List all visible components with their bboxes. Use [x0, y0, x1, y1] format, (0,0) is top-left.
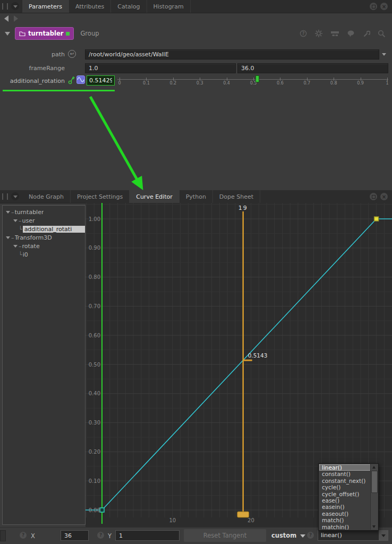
panel-window-buttons: × — [370, 190, 392, 203]
branch-line: └ — [19, 226, 22, 233]
parameters-tabbar: ParametersAttributesCatalogHistogram × — [0, 0, 392, 13]
tangent-mode-arrow-icon[interactable] — [300, 534, 305, 538]
tree-item-rotate[interactable]: –rotate — [3, 242, 85, 250]
splitter-handle[interactable] — [0, 530, 6, 541]
node-badge[interactable]: turntabler — [15, 27, 74, 40]
branch-line: – — [19, 243, 22, 250]
keyframe-selected[interactable] — [374, 217, 379, 221]
scroll-thumb[interactable] — [371, 471, 378, 493]
expression-key-icon[interactable] — [68, 75, 75, 86]
tree-item-i0[interactable]: └i0 — [3, 250, 85, 259]
active-parameter-underline — [3, 90, 115, 91]
slider-handle[interactable] — [255, 75, 259, 82]
float-panel-icon[interactable] — [370, 3, 377, 10]
tab-catalog[interactable]: Catalog — [111, 0, 147, 13]
scroll-down-icon[interactable] — [371, 524, 377, 530]
scenegraph-pick-icon[interactable]: ↩ — [68, 50, 76, 58]
additional-rotation-value-input[interactable] — [87, 75, 115, 86]
combobox-arrow-button[interactable] — [378, 531, 388, 540]
frame-range-end-input[interactable] — [237, 63, 388, 73]
tree-item-turntabler[interactable]: –turntabler — [3, 206, 85, 216]
expander-icon[interactable] — [13, 245, 18, 248]
slider-tick-label: 0.9 — [357, 81, 364, 86]
history-forward-icon[interactable] — [14, 15, 18, 22]
y-help-icon[interactable]: ? — [97, 532, 104, 539]
folder-icon — [19, 30, 25, 37]
scroll-up-icon[interactable] — [371, 464, 377, 470]
node-edited-indicator — [66, 32, 70, 36]
application-window: ParametersAttributesCatalogHistogram × t… — [0, 0, 392, 544]
panel-drag-handle-icon[interactable] — [2, 3, 8, 10]
panel-drag-handle-icon[interactable] — [2, 193, 8, 200]
node-type-label: Group — [80, 30, 99, 37]
playhead-value-label: 0.5143 — [248, 352, 268, 359]
dropdown-option-easein[interactable]: easein() — [319, 504, 371, 510]
interpolation-value: linear() — [321, 532, 342, 539]
branch-line: – — [19, 217, 22, 224]
path-dropdown-arrow-icon[interactable] — [382, 53, 386, 56]
path-parameter-label: path — [0, 51, 65, 58]
history-back-icon[interactable] — [4, 15, 8, 22]
dropdown-option-cycle[interactable]: cycle() — [319, 484, 371, 490]
x-axis-tick-label: 10 — [169, 517, 176, 523]
expander-icon[interactable] — [6, 236, 10, 239]
additional-rotation-slider[interactable]: 00.10.20.30.40.50.60.70.80.91 — [117, 75, 389, 87]
dropdown-option-cycle-offset[interactable]: cycle_offset() — [319, 491, 371, 497]
x-help-icon[interactable]: ? — [20, 532, 27, 539]
slider-track — [117, 79, 388, 80]
help-icon[interactable]: ? — [300, 30, 307, 37]
interpolation-help-icon[interactable]: ? — [307, 532, 314, 539]
interpolation-options: linear()constant()constant_next()cycle()… — [319, 464, 371, 530]
branch-line: └ — [19, 251, 22, 258]
tab-dope-sheet[interactable]: Dope Sheet — [213, 190, 260, 203]
node-graph-icon[interactable] — [330, 30, 339, 37]
tab-project-settings[interactable]: Project Settings — [71, 190, 130, 203]
wrench-icon[interactable] — [362, 30, 370, 38]
dropdown-option-easeout[interactable]: easeout() — [319, 511, 371, 517]
branch-line: – — [11, 234, 14, 241]
slider-tick-label: 0.8 — [330, 81, 337, 86]
settings-gear-icon[interactable] — [314, 29, 323, 38]
tab-parameters[interactable]: Parameters — [22, 0, 69, 13]
tree-item-additional-rotati[interactable]: └additional_rotati — [3, 225, 85, 233]
close-panel-icon[interactable]: × — [380, 3, 388, 10]
keyframe[interactable] — [100, 508, 104, 512]
panel-menu-icon[interactable] — [11, 2, 19, 10]
tangent-mode-dropdown[interactable]: custom — [271, 532, 296, 539]
tab-curve-editor[interactable]: Curve Editor — [130, 190, 180, 203]
tree-item-transform3d[interactable]: –Transform3D — [3, 233, 85, 242]
dropdown-option-constant-next[interactable]: constant_next() — [319, 478, 371, 484]
playhead-scrubber-handle[interactable] — [237, 512, 249, 517]
tab-histogram[interactable]: Histogram — [147, 0, 191, 13]
panel-window-buttons: × — [370, 0, 392, 13]
curve-widget-icon[interactable] — [76, 75, 85, 84]
curve-editor-panel: Node GraphProject SettingsCurve EditorPy… — [0, 190, 392, 544]
close-panel-icon[interactable]: × — [380, 193, 388, 200]
tab-node-graph[interactable]: Node Graph — [22, 190, 71, 203]
comment-bubble-icon[interactable] — [347, 30, 355, 38]
dropdown-scrollbar[interactable] — [370, 464, 378, 530]
dropdown-option-linear[interactable]: linear() — [319, 464, 371, 471]
tree-item-label: turntabler — [15, 209, 44, 216]
search-icon[interactable] — [378, 30, 386, 38]
path-input[interactable] — [85, 49, 379, 60]
collapse-node-icon[interactable] — [5, 32, 10, 36]
y-axis-tick-label: 0.40 — [89, 390, 100, 396]
expander-icon[interactable] — [6, 211, 10, 214]
tab-python[interactable]: Python — [180, 190, 213, 203]
frame-range-start-input[interactable] — [85, 63, 236, 73]
panel-menu-icon[interactable] — [11, 192, 19, 200]
interpolation-combobox[interactable]: linear() — [318, 530, 388, 541]
dropdown-option-constant[interactable]: constant() — [319, 471, 371, 477]
dropdown-option-match[interactable]: match() — [319, 517, 371, 523]
tree-item-user[interactable]: –user — [3, 216, 85, 225]
parameter-history-nav — [0, 13, 392, 23]
dropdown-option-ease[interactable]: ease() — [319, 497, 371, 504]
tab-attributes[interactable]: Attributes — [69, 0, 111, 13]
reset-tangent-button[interactable]: Reset Tangent — [184, 529, 266, 542]
float-panel-icon[interactable] — [370, 193, 377, 200]
keyframe-y-input[interactable] — [115, 530, 180, 541]
dropdown-option-matchin[interactable]: matchin() — [319, 524, 371, 530]
keyframe-x-input[interactable] — [61, 530, 89, 541]
expander-icon[interactable] — [13, 219, 18, 222]
